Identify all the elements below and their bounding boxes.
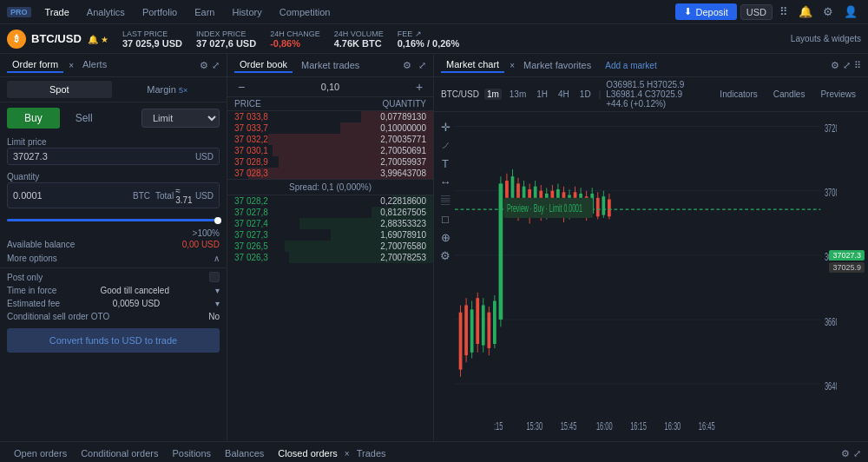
pair-name[interactable]: BTC/USD xyxy=(31,32,82,45)
tab-market-chart[interactable]: Market chart xyxy=(441,57,504,73)
bell-icon[interactable]: 🔔 xyxy=(795,3,816,20)
spot-margin-row: Spot Margin 5× xyxy=(0,77,227,102)
sell-button[interactable]: Sell xyxy=(63,108,105,129)
tab-closed-orders[interactable]: Closed orders xyxy=(271,445,344,463)
candles-button[interactable]: Candles xyxy=(768,87,811,102)
nav-earn[interactable]: Earn xyxy=(187,3,221,21)
chart-close-icon[interactable]: × xyxy=(510,61,515,70)
time-1d[interactable]: 1D xyxy=(577,89,594,100)
bid-row[interactable]: 37 026,3 2,70078253 xyxy=(227,252,433,263)
top-nav: PRO Trade Analytics Portfolio Earn Histo… xyxy=(0,0,868,24)
time-4h[interactable]: 4H xyxy=(556,89,572,100)
gear-icon[interactable]: ⚙ xyxy=(819,3,837,20)
tab-order-book[interactable]: Order book xyxy=(234,57,293,73)
nav-portfolio[interactable]: Portfolio xyxy=(135,3,184,21)
grid-icon[interactable]: ⠿ xyxy=(776,3,792,20)
nav-competition[interactable]: Competition xyxy=(273,3,338,21)
chart-grid-icon[interactable]: ⠿ xyxy=(854,60,861,71)
tif-chevron-icon[interactable]: ▾ xyxy=(215,286,220,295)
tab-balances[interactable]: Balances xyxy=(218,445,271,463)
person-icon[interactable]: 👤 xyxy=(840,3,861,20)
bottom-section: Open orders Conditional orders Positions… xyxy=(0,441,868,462)
time-13m[interactable]: 13m xyxy=(507,89,529,100)
post-only-checkbox[interactable] xyxy=(209,272,220,282)
bid-row[interactable]: 37 027,8 0,81267505 xyxy=(227,207,433,218)
nav-trade[interactable]: Trade xyxy=(38,3,76,21)
ask-row[interactable]: 37 028,9 2,70059937 xyxy=(227,156,433,168)
ask-row[interactable]: 37 032,2 2,70035771 xyxy=(227,134,433,145)
spread-plus-btn[interactable]: + xyxy=(412,80,426,94)
time-1h[interactable]: 1H xyxy=(534,89,550,100)
settings-draw-tool[interactable]: ⚙ xyxy=(437,249,453,262)
order-form-close[interactable]: × xyxy=(69,61,74,70)
fee-chevron-icon[interactable]: ▾ xyxy=(215,299,220,308)
left-panel: Order form × Alerts ⚙ ⤢ Spot Margin 5× B… xyxy=(0,54,227,441)
measure-tool[interactable]: ↔ xyxy=(437,175,453,188)
buy-button[interactable]: Buy xyxy=(7,108,60,129)
bottom-settings-icon[interactable]: ⚙ xyxy=(841,448,850,459)
fib-tool[interactable]: 𝄚 xyxy=(437,194,453,208)
more-options-toggle[interactable]: More options ∧ xyxy=(0,251,227,266)
margin-button[interactable]: Margin 5× xyxy=(115,81,220,98)
star-icon[interactable]: ★ xyxy=(101,35,108,44)
bid-row[interactable]: 37 026,5 2,70076580 xyxy=(227,241,433,252)
chevron-up-icon: ∧ xyxy=(214,254,220,263)
shape-tool[interactable]: □ xyxy=(437,213,453,226)
svg-text:36400: 36400 xyxy=(825,379,837,392)
time-1m[interactable]: 1m xyxy=(484,89,502,100)
nav-analytics[interactable]: Analytics xyxy=(80,3,132,21)
limit-price-input[interactable] xyxy=(13,151,195,162)
ask-row[interactable]: 37 033,8 0,07789130 xyxy=(227,111,433,122)
tab-conditional-orders[interactable]: Conditional orders xyxy=(74,445,165,463)
crosshair-tool[interactable]: ✛ xyxy=(437,121,453,134)
chart-expand-icon[interactable]: ⤢ xyxy=(843,60,851,71)
tab-open-orders[interactable]: Open orders xyxy=(7,445,74,463)
svg-text:37000: 37000 xyxy=(825,186,837,199)
deposit-button[interactable]: ⬇ Deposit xyxy=(675,3,736,20)
ticker-bar: ₿ BTC/USD 🔔 ★ LAST PRICE 37 025,9 USD IN… xyxy=(0,24,868,54)
ask-row[interactable]: 37 028,3 3,99643708 xyxy=(227,168,433,179)
tab-positions[interactable]: Positions xyxy=(165,445,218,463)
tab-market-favorites[interactable]: Market favorites xyxy=(518,58,596,72)
ob-settings-icon[interactable]: ⚙ xyxy=(403,60,411,71)
tab-alerts[interactable]: Alerts xyxy=(77,57,112,73)
spread-minus-btn[interactable]: − xyxy=(234,80,248,94)
bid-row[interactable]: 37 028,2 0,22818600 xyxy=(227,195,433,207)
post-only-option: Post only xyxy=(0,270,227,284)
text-tool[interactable]: T xyxy=(437,157,453,170)
convert-button[interactable]: Convert funds to USD to trade xyxy=(7,328,220,353)
zoom-tool[interactable]: ⊕ xyxy=(437,231,453,244)
bottom-expand-icon[interactable]: ⤢ xyxy=(853,448,861,459)
nav-history[interactable]: History xyxy=(225,3,268,21)
layouts-widgets-btn[interactable]: Layouts & widgets xyxy=(791,34,861,43)
quantity-slider[interactable] xyxy=(0,212,227,228)
main-layout: Order form × Alerts ⚙ ⤢ Spot Margin 5× B… xyxy=(0,54,868,441)
bell-pair-icon[interactable]: 🔔 xyxy=(88,35,98,44)
total-unit: USD xyxy=(195,191,214,201)
chart-settings-icon[interactable]: ⚙ xyxy=(831,60,839,71)
tab-order-form[interactable]: Order form xyxy=(7,57,63,73)
current-price-label: 37027.3 xyxy=(829,250,865,261)
tab-trades[interactable]: Trades xyxy=(350,445,393,463)
tab-market-trades[interactable]: Market trades xyxy=(296,58,365,72)
expand-icon[interactable]: ⤢ xyxy=(212,60,220,71)
bid-row[interactable]: 37 027,4 2,88353323 xyxy=(227,218,433,229)
ask-row[interactable]: 37 033,7 0,10000000 xyxy=(227,122,433,134)
settings-icon[interactable]: ⚙ xyxy=(200,60,208,71)
ob-expand-icon[interactable]: ⤢ xyxy=(418,60,426,71)
indicators-button[interactable]: Indicators xyxy=(714,87,762,102)
quantity-input[interactable] xyxy=(13,190,133,201)
total-label: Total xyxy=(155,191,174,201)
bid-row[interactable]: 37 027,3 1,69078910 xyxy=(227,229,433,241)
add-market-button[interactable]: Add a market xyxy=(600,59,661,72)
order-type-select[interactable]: Limit Market Stop Loss xyxy=(141,109,220,128)
chart-toolbar: BTC/USD 1m 13m 1H 4H 1D | O36981.5 H3702… xyxy=(434,77,868,112)
spot-button[interactable]: Spot xyxy=(7,81,112,98)
trend-line-tool[interactable]: ⟋ xyxy=(437,139,453,152)
ask-row[interactable]: 37 030,1 2,70050691 xyxy=(227,145,433,156)
time-in-force-option: Time in force Good till canceled ▾ xyxy=(0,284,227,297)
chart-pair: BTC/USD xyxy=(441,89,479,99)
total-value: ≈ 3.71 xyxy=(175,186,194,205)
currency-selector[interactable]: USD xyxy=(740,4,773,20)
previews-button[interactable]: Previews xyxy=(815,87,861,102)
